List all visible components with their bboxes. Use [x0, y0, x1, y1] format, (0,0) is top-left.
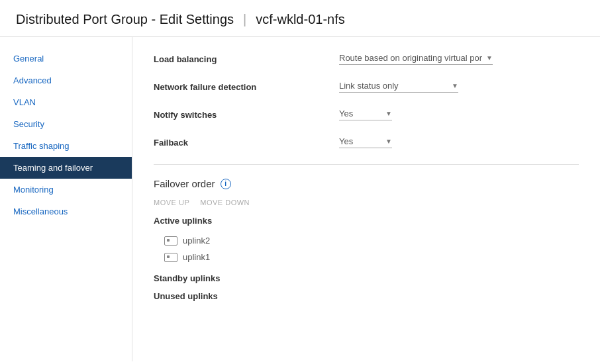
load-balancing-label: Load balancing	[154, 54, 339, 64]
sidebar-item-monitoring[interactable]: Monitoring	[0, 179, 132, 201]
sidebar-item-traffic-shaping[interactable]: Traffic shaping	[0, 135, 132, 157]
sidebar-item-vlan[interactable]: VLAN	[0, 91, 132, 113]
main-content: Load balancing Route based on originatin…	[132, 37, 600, 361]
unused-uplinks-label: Unused uplinks	[154, 291, 579, 301]
failback-dropdown[interactable]: Yes ▼	[339, 136, 392, 148]
move-up-button[interactable]: MOVE UP	[154, 199, 189, 206]
standby-uplinks-label: Standby uplinks	[154, 273, 579, 283]
failback-label: Failback	[154, 138, 339, 148]
move-down-button[interactable]: MOVE DOWN	[200, 199, 250, 206]
notify-switches-dropdown[interactable]: Yes ▼	[339, 109, 392, 120]
uplink1-icon	[164, 253, 177, 262]
field-row-load-balancing: Load balancing Route based on originatin…	[154, 53, 579, 65]
field-row-failback: Failback Yes ▼	[154, 136, 579, 148]
failover-order-title: Failover order	[154, 178, 215, 189]
page-subtitle: vcf-wkld-01-nfs	[256, 12, 344, 27]
sidebar-item-teaming-and-failover[interactable]: Teaming and failover	[0, 157, 132, 179]
info-icon[interactable]: i	[221, 179, 231, 189]
sidebar: General Advanced VLAN Security Traffic s…	[0, 37, 132, 361]
active-uplinks-label: Active uplinks	[154, 216, 579, 226]
failover-order-section: Failover order i MOVE UP MOVE DOWN Activ…	[154, 178, 579, 301]
uplink-item-uplink1[interactable]: uplink1	[154, 249, 579, 265]
notify-switches-caret-icon: ▼	[385, 110, 392, 117]
header-divider: |	[243, 12, 246, 27]
sidebar-item-general[interactable]: General	[0, 48, 132, 69]
notify-switches-label: Notify switches	[154, 110, 339, 120]
field-row-notify-switches: Notify switches Yes ▼	[154, 109, 579, 120]
sidebar-item-advanced[interactable]: Advanced	[0, 69, 132, 91]
sidebar-item-security[interactable]: Security	[0, 113, 132, 135]
uplink2-label: uplink2	[183, 236, 210, 246]
network-failure-caret-icon: ▼	[452, 82, 458, 89]
load-balancing-caret-icon: ▼	[486, 54, 493, 62]
load-balancing-dropdown[interactable]: Route based on originating virtual por ▼	[339, 53, 493, 65]
sidebar-item-miscellaneous[interactable]: Miscellaneous	[0, 201, 132, 222]
field-row-network-failure-detection: Network failure detection Link status on…	[154, 81, 579, 93]
network-failure-detection-dropdown[interactable]: Link status only ▼	[339, 81, 458, 93]
failback-caret-icon: ▼	[385, 138, 392, 145]
page-header: Distributed Port Group - Edit Settings |…	[0, 0, 600, 37]
uplink2-icon	[164, 236, 177, 246]
section-divider	[154, 164, 579, 165]
network-failure-detection-label: Network failure detection	[154, 82, 339, 92]
uplink1-label: uplink1	[183, 252, 210, 262]
uplink-item-uplink2[interactable]: uplink2	[154, 232, 579, 249]
page-title: Distributed Port Group - Edit Settings	[16, 12, 234, 27]
